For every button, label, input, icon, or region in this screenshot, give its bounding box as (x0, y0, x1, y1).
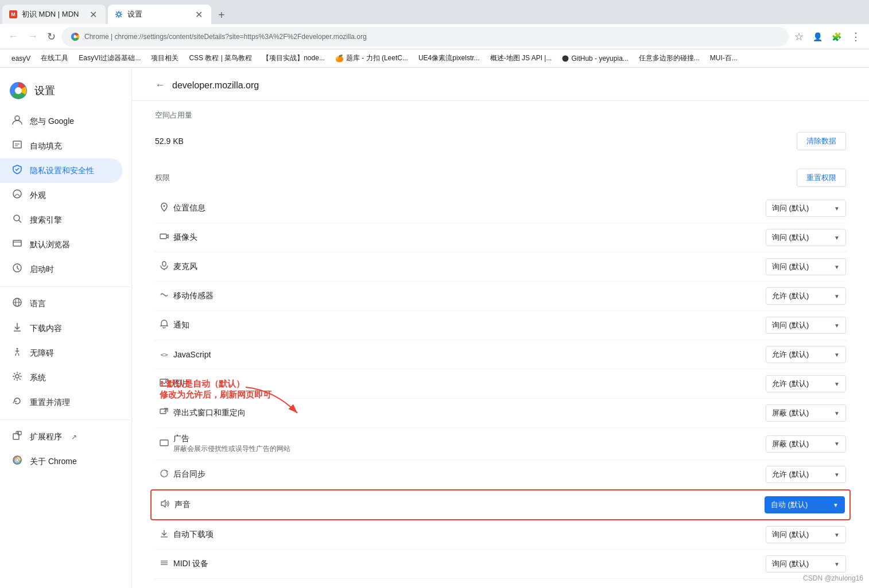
permission-row-popups: 弹出式窗口和重定向 屏蔽 (默认) ▼ (155, 399, 846, 428)
reset-permissions-button[interactable]: 重置权限 (797, 169, 846, 187)
permission-row-images: 图片 允许 (默认) ▼ (155, 369, 846, 399)
sidebar-item-downloads[interactable]: 下载内容 (0, 316, 122, 341)
svg-point-27 (16, 459, 19, 462)
permission-select-motion[interactable]: 允许 (默认) ▼ (766, 287, 846, 305)
tab-mdn-favicon: M (9, 10, 17, 18)
location-icon (155, 203, 173, 214)
back-button[interactable]: ← (5, 27, 22, 46)
refresh-button[interactable]: ↻ (44, 27, 59, 46)
camera-icon (155, 232, 173, 243)
permission-value-background: 允许 (默认) (772, 469, 809, 480)
svg-rect-36 (160, 440, 168, 446)
shield-icon (11, 164, 23, 177)
permission-row-camera: 摄像头 询问 (默认) ▼ (155, 223, 846, 252)
profile-button[interactable]: 👤 (809, 29, 826, 45)
bookmark-map[interactable]: 概述-地图 JS API |... (486, 52, 557, 64)
sidebar-label-downloads: 下载内容 (30, 324, 62, 334)
sidebar-item-default-browser[interactable]: 默认浏览器 (0, 232, 122, 257)
permission-value-microphone: 询问 (默认) (772, 262, 809, 272)
bookmark-easyvi[interactable]: EasyVI过滤器基础... (74, 52, 145, 64)
sidebar-item-system[interactable]: 系统 (0, 365, 122, 390)
select-arrow-background: ▼ (834, 472, 840, 478)
sidebar-item-accessibility[interactable]: 无障碍 (0, 341, 122, 365)
sound-icon (156, 499, 174, 511)
bookmark-project[interactable]: 项目相关 (146, 52, 183, 64)
permission-select-popups[interactable]: 屏蔽 (默认) ▼ (766, 404, 846, 422)
bookmark-tools[interactable]: 在线工具 (36, 52, 73, 64)
menu-button[interactable]: ⋮ (847, 27, 864, 46)
bookmark-leetcode[interactable]: 🍊题库 - 力扣 (LeetC... (331, 52, 413, 64)
permission-label-sound: 声音 (174, 500, 765, 510)
tab-settings-close[interactable]: ✕ (193, 9, 204, 20)
select-arrow-location: ▼ (834, 205, 840, 212)
back-button-site[interactable]: ← (155, 79, 165, 91)
bookmark-button[interactable]: ☆ (791, 27, 807, 46)
storage-size: 52.9 KB (155, 137, 184, 146)
startup-icon (11, 263, 23, 276)
permission-select-midi[interactable]: 询问 (默认) ▼ (766, 555, 846, 573)
permission-row-motion: 移动传感器 允许 (默认) ▼ (155, 282, 846, 311)
permission-select-microphone[interactable]: 询问 (默认) ▼ (766, 258, 846, 275)
sidebar-item-extensions[interactable]: 扩展程序 ↗ (0, 425, 122, 449)
bookmark-polygon[interactable]: 任意多边形的碰撞... (634, 52, 704, 64)
language-icon (11, 297, 23, 310)
address-bar-row: ← → ↻ Chrome | chrome://settings/content… (0, 24, 869, 49)
sidebar-item-startup[interactable]: 启动时 (0, 257, 122, 282)
sidebar-item-language[interactable]: 语言 (0, 291, 122, 316)
permission-select-ads[interactable]: 屏蔽 (默认) ▼ (766, 435, 846, 453)
bookmark-easyv[interactable]: easyV (7, 53, 35, 64)
permission-row-sound: 声音 自动 (默认) ▼ (150, 489, 851, 520)
permission-label-images: 图片 (173, 379, 766, 389)
new-tab-button[interactable]: + (216, 6, 227, 24)
forward-button[interactable]: → (24, 27, 41, 46)
notifications-icon (155, 320, 173, 331)
permission-value-popups: 屏蔽 (默认) (772, 408, 809, 418)
storage-section: 空间占用量 52.9 KB 清除数据 (132, 101, 869, 164)
permission-row-autodownload: 自动下载项 询问 (默认) ▼ (155, 520, 846, 550)
permission-value-camera: 询问 (默认) (772, 232, 809, 243)
sidebar-item-reset[interactable]: 重置并清理 (0, 390, 122, 415)
permission-label-motion: 移动传感器 (173, 291, 766, 301)
svg-point-28 (164, 205, 165, 207)
sidebar-item-google[interactable]: 您与 Google (0, 109, 122, 134)
chrome-logo (9, 81, 28, 100)
tab-settings[interactable]: 设置 ✕ (108, 5, 211, 24)
bookmark-github[interactable]: GitHub - yeyupia... (557, 53, 633, 64)
select-arrow-microphone: ▼ (834, 264, 840, 270)
permission-select-images[interactable]: 允许 (默认) ▼ (766, 375, 846, 392)
permission-select-camera[interactable]: 询问 (默认) ▼ (766, 229, 846, 246)
permission-select-notifications[interactable]: 询问 (默认) ▼ (766, 317, 846, 334)
bookmark-css[interactable]: CSS 教程 | 菜鸟教程 (184, 52, 257, 64)
sidebar-item-appearance[interactable]: 外观 (0, 183, 122, 208)
select-arrow-sound: ▼ (833, 502, 839, 508)
tab-mdn[interactable]: M 初识 MDN | MDN ✕ (2, 5, 106, 24)
bookmark-mui[interactable]: MUI-百... (705, 52, 742, 64)
tab-settings-title: 设置 (127, 9, 188, 20)
address-field[interactable]: Chrome | chrome://settings/content/siteD… (61, 27, 789, 46)
extensions-button[interactable]: 🧩 (828, 29, 845, 45)
tab-mdn-close[interactable]: ✕ (87, 9, 99, 20)
permission-select-sound[interactable]: 自动 (默认) ▼ (765, 496, 845, 513)
sidebar-label-search: 搜索引擎 (30, 215, 62, 225)
clear-data-button[interactable]: 清除数据 (797, 132, 846, 150)
sidebar-item-privacy[interactable]: 隐私设置和安全性 (0, 158, 122, 183)
sidebar-item-search[interactable]: 搜索引擎 (0, 208, 122, 232)
permission-label-wrap-camera: 摄像头 (173, 232, 766, 243)
permission-select-javascript[interactable]: 允许 (默认) ▼ (766, 346, 846, 363)
system-icon (11, 371, 23, 384)
permission-row-background: 后台同步 允许 (默认) ▼ (155, 460, 846, 489)
midi-icon (155, 558, 173, 570)
permission-label-wrap-autodownload: 自动下载项 (173, 529, 766, 540)
permission-label-wrap-midi: MIDI 设备 (173, 559, 766, 569)
sidebar-item-about[interactable]: 关于 Chrome (0, 449, 122, 474)
sidebar-item-autofill[interactable]: 自动填充 (0, 134, 122, 158)
select-arrow-ads: ▼ (834, 441, 840, 447)
permission-select-location[interactable]: 询问 (默认) ▼ (766, 200, 846, 217)
bookmark-ue4[interactable]: UE4像素流pixelstr... (414, 52, 484, 64)
downloads-icon (11, 322, 23, 335)
permission-select-background[interactable]: 允许 (默认) ▼ (766, 466, 846, 483)
bookmark-node[interactable]: 【项目实战】node... (258, 52, 329, 64)
accessibility-icon (11, 346, 23, 360)
select-arrow-notifications: ▼ (834, 322, 840, 329)
permission-select-autodownload[interactable]: 询问 (默认) ▼ (766, 526, 846, 543)
